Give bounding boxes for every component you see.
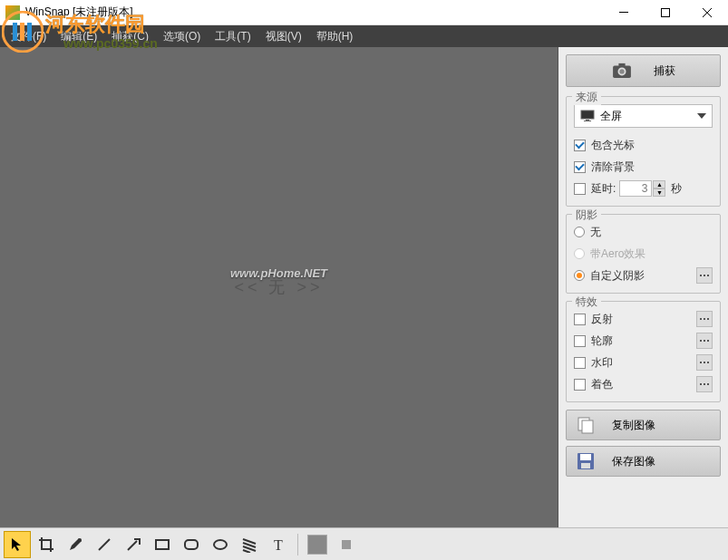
- minimize-button[interactable]: [603, 0, 645, 25]
- checkbox-watermark[interactable]: [574, 357, 586, 369]
- checkbox-include-cursor[interactable]: [574, 140, 586, 151]
- source-dropdown[interactable]: 全屏: [574, 104, 713, 128]
- canvas-placeholder: << 无 >>: [234, 276, 323, 298]
- canvas: www.pHome.NET << 无 >>: [0, 47, 558, 527]
- sidebar: 捕获 来源 全屏 包含光标 清除背景 延时:: [558, 47, 728, 527]
- maximize-button[interactable]: [645, 0, 686, 25]
- watermark-overlay: 河东软件园 www.pc0359.cn: [2, 11, 44, 55]
- tint-config-button[interactable]: [696, 376, 713, 392]
- menu-view[interactable]: 视图(V): [258, 25, 309, 48]
- toolbar-separator: [297, 534, 298, 555]
- tool-text[interactable]: T: [265, 531, 292, 558]
- tool-crop[interactable]: [33, 531, 60, 558]
- label-shadow-custom: 自定义阴影: [590, 268, 645, 284]
- svg-text:T: T: [274, 537, 283, 553]
- monitor-icon: [580, 110, 595, 122]
- reflect-config-button[interactable]: [696, 311, 713, 327]
- watermark-brand: 河东软件园: [45, 11, 145, 38]
- label-include-cursor: 包含光标: [591, 138, 635, 153]
- menu-tools[interactable]: 工具(T): [208, 25, 257, 48]
- radio-shadow-custom[interactable]: [574, 270, 585, 281]
- delay-down[interactable]: ▼: [653, 188, 665, 197]
- camera-icon: [612, 63, 632, 79]
- svg-rect-14: [584, 121, 591, 121]
- source-dropdown-label: 全屏: [600, 109, 622, 124]
- watermark-config-button[interactable]: [696, 354, 713, 371]
- menu-help[interactable]: 帮助(H): [309, 25, 361, 48]
- row-fx-watermark[interactable]: 水印: [574, 352, 713, 372]
- delay-spinner[interactable]: ▲ ▼: [619, 180, 665, 197]
- save-image-button[interactable]: 保存图像: [566, 446, 721, 477]
- group-effects-title: 特效: [572, 294, 601, 310]
- size-swatch[interactable]: [333, 531, 360, 558]
- svg-rect-23: [156, 540, 169, 549]
- tool-pen[interactable]: [62, 531, 89, 558]
- row-delay[interactable]: 延时: ▲ ▼ 秒: [574, 179, 713, 198]
- radio-shadow-aero: [574, 248, 585, 259]
- shadow-config-button[interactable]: [696, 267, 713, 284]
- row-fx-tint[interactable]: 着色: [574, 374, 713, 394]
- group-source: 来源 全屏 包含光标 清除背景 延时:: [566, 96, 721, 207]
- checkbox-reflect[interactable]: [574, 314, 586, 325]
- svg-rect-0: [619, 12, 628, 13]
- label-clear-bg: 清除背景: [591, 159, 635, 175]
- group-shadow: 阴影 无 带Aero效果 自定义阴影: [566, 214, 721, 294]
- row-include-cursor[interactable]: 包含光标: [574, 135, 713, 155]
- tool-roundrect[interactable]: [178, 531, 205, 558]
- svg-line-22: [128, 541, 137, 550]
- radio-shadow-none[interactable]: [574, 227, 585, 237]
- row-fx-outline[interactable]: 轮廓: [574, 331, 713, 351]
- menu-options[interactable]: 选项(O): [156, 25, 208, 48]
- outline-config-button[interactable]: [696, 333, 713, 349]
- row-fx-reflect[interactable]: 反射: [574, 309, 713, 329]
- row-shadow-none[interactable]: 无: [574, 222, 713, 242]
- svg-point-20: [78, 538, 82, 542]
- toolbar: T: [0, 527, 728, 560]
- svg-rect-6: [20, 23, 24, 41]
- row-shadow-custom[interactable]: 自定义阴影: [574, 266, 713, 285]
- row-shadow-aero: 带Aero效果: [574, 244, 713, 264]
- svg-line-29: [243, 550, 250, 553]
- copy-icon: [576, 415, 596, 435]
- group-shadow-title: 阴影: [572, 208, 601, 223]
- svg-rect-24: [185, 540, 198, 549]
- tool-blur[interactable]: [236, 531, 263, 558]
- checkbox-outline[interactable]: [574, 335, 586, 347]
- svg-rect-19: [581, 463, 590, 468]
- tool-arrow[interactable]: [120, 531, 147, 558]
- copy-image-button[interactable]: 复制图像: [566, 410, 721, 440]
- delay-up[interactable]: ▲: [653, 180, 665, 188]
- close-button[interactable]: [686, 0, 728, 25]
- copy-image-label: 复制图像: [612, 418, 655, 433]
- svg-rect-9: [618, 63, 625, 67]
- tool-rect[interactable]: [149, 531, 176, 558]
- svg-rect-18: [580, 454, 591, 460]
- checkbox-clear-bg[interactable]: [574, 161, 586, 173]
- label-outline: 轮廓: [591, 333, 613, 349]
- tool-ellipse[interactable]: [207, 531, 234, 558]
- svg-rect-12: [581, 111, 594, 119]
- label-reflect: 反射: [591, 312, 613, 327]
- save-icon: [576, 451, 596, 471]
- svg-rect-7: [27, 23, 32, 41]
- svg-point-25: [214, 540, 227, 549]
- label-shadow-none: 无: [590, 225, 601, 240]
- svg-rect-5: [13, 23, 17, 41]
- capture-label: 捕获: [654, 63, 675, 79]
- tool-line[interactable]: [91, 531, 118, 558]
- svg-rect-1: [662, 8, 670, 16]
- checkbox-delay[interactable]: [574, 183, 586, 195]
- checkbox-tint[interactable]: [574, 379, 586, 391]
- label-delay-unit: 秒: [671, 181, 682, 197]
- capture-button[interactable]: 捕获: [566, 54, 721, 87]
- label-delay: 延时:: [591, 181, 616, 197]
- color-swatch[interactable]: [304, 531, 331, 558]
- row-clear-bg[interactable]: 清除背景: [574, 157, 713, 177]
- svg-line-21: [99, 539, 110, 550]
- delay-input[interactable]: [619, 180, 652, 197]
- tool-cursor[interactable]: [4, 531, 31, 558]
- label-tint: 着色: [591, 377, 613, 392]
- watermark-url: www.pc0359.cn: [63, 36, 158, 51]
- label-watermark: 水印: [591, 355, 613, 371]
- group-source-title: 来源: [572, 90, 601, 105]
